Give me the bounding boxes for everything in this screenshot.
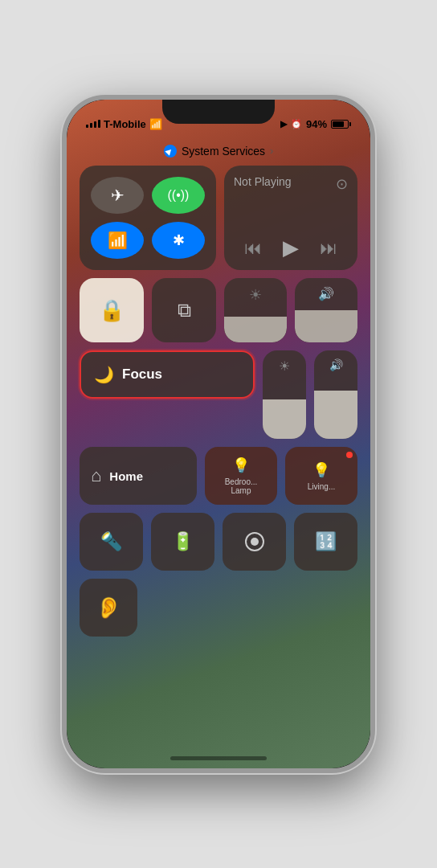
- volume-slider[interactable]: 🔊: [295, 278, 357, 342]
- system-services-bar[interactable]: System Services ›: [67, 140, 370, 166]
- living-lamp-icon: 💡: [312, 461, 330, 479]
- calculator-icon: 🔢: [315, 531, 337, 552]
- status-right: ▶ ⏰ 94%: [280, 118, 351, 130]
- screen-record-button[interactable]: [223, 513, 286, 571]
- top-row: ✈ ((•)) 📶 ✱ Not Playing ⊙: [80, 166, 357, 270]
- chevron-right-icon: ›: [270, 145, 273, 157]
- media-tile: Not Playing ⊙ ⏮ ▶ ⏭: [224, 166, 357, 270]
- speaker-icon: 🔊: [329, 358, 343, 371]
- living-lamp-label: Living...: [308, 482, 335, 491]
- screen-mirror-button[interactable]: ⧉: [152, 278, 216, 342]
- bedroom-lamp-icon: 💡: [232, 457, 250, 474]
- focus-label: Focus: [122, 366, 162, 383]
- calculator-button[interactable]: 🔢: [294, 513, 357, 571]
- brightness-tall-slider[interactable]: ☀: [263, 350, 306, 439]
- volume-icon: 🔊: [318, 286, 334, 301]
- brightness-tall-fill: [263, 399, 306, 440]
- system-services-label: System Services: [182, 145, 265, 158]
- home-button[interactable]: ⌂ Home: [80, 447, 197, 505]
- signal-bar-1: [86, 125, 88, 128]
- rotation-lock-icon: 🔒: [99, 298, 125, 323]
- status-left: T-Mobile 📶: [86, 118, 162, 130]
- next-track-button[interactable]: ⏭: [320, 238, 337, 259]
- home-label: Home: [109, 469, 143, 483]
- signal-bar-2: [90, 123, 92, 128]
- notch: [162, 100, 275, 124]
- sun-icon: ☀: [279, 358, 290, 374]
- cellular-icon: ((•)): [168, 188, 190, 203]
- bedroom-lamp-button[interactable]: 💡 Bedroo...Lamp: [205, 447, 277, 505]
- media-controls: ⏮ ▶ ⏭: [234, 235, 348, 260]
- alert-dot: [346, 452, 353, 458]
- volume-fill: [295, 310, 357, 342]
- control-center-content: ✈ ((•)) 📶 ✱ Not Playing ⊙: [67, 166, 370, 637]
- signal-bar-3: [94, 121, 96, 128]
- rotation-lock-button[interactable]: 🔒: [80, 278, 144, 342]
- signal-bars: [86, 120, 100, 128]
- carrier-label: T-Mobile: [104, 118, 146, 130]
- bluetooth-icon: ✱: [173, 231, 185, 249]
- battery-body: [331, 120, 349, 129]
- last-row: 👂: [80, 579, 357, 637]
- signal-bar-4: [98, 120, 100, 128]
- wifi-button[interactable]: 📶: [91, 222, 144, 259]
- airplane-mode-button[interactable]: ✈: [91, 177, 144, 214]
- location-arrow-icon: ▶: [280, 119, 287, 129]
- cellular-button[interactable]: ((•)): [152, 177, 205, 214]
- home-row: ⌂ Home 💡 Bedroo...Lamp 💡 Living...: [80, 447, 357, 505]
- prev-track-button[interactable]: ⏮: [244, 238, 262, 259]
- accessibility-button[interactable]: 👂: [80, 579, 137, 637]
- wifi-icon: 📶: [108, 231, 128, 250]
- record-icon: [245, 532, 264, 551]
- brightness-slider[interactable]: ☀: [224, 278, 287, 342]
- bedroom-lamp-label: Bedroo...Lamp: [225, 477, 258, 495]
- media-top: Not Playing ⊙: [234, 175, 348, 193]
- flashlight-button[interactable]: 🔦: [80, 513, 143, 571]
- battery-tip: [349, 122, 351, 126]
- flashlight-icon: 🔦: [100, 531, 122, 552]
- home-icon: ⌂: [91, 465, 101, 486]
- wifi-status-icon: 📶: [149, 118, 162, 130]
- battery-case-icon: 🔋: [172, 531, 194, 552]
- battery-icon: [331, 120, 351, 129]
- living-lamp-button[interactable]: 💡 Living...: [285, 447, 357, 505]
- brightness-icon: ☀: [249, 286, 262, 304]
- not-playing-label: Not Playing: [234, 175, 292, 188]
- location-icon: [164, 145, 177, 158]
- focus-moon-icon: 🌙: [94, 365, 114, 384]
- phone-frame: T-Mobile 📶 ▶ ⏰ 94% System Services ›: [62, 95, 375, 773]
- airplane-icon: ✈: [111, 186, 125, 205]
- screen-mirror-icon: ⧉: [178, 299, 191, 321]
- hearing-icon: 👂: [96, 596, 121, 620]
- battery-case-button[interactable]: 🔋: [151, 513, 214, 571]
- play-button[interactable]: ▶: [283, 235, 299, 260]
- brightness-fill: [224, 317, 287, 342]
- phone-screen: T-Mobile 📶 ▶ ⏰ 94% System Services ›: [67, 100, 370, 768]
- battery-percent-label: 94%: [306, 118, 327, 130]
- bottom-row: 🔦 🔋 🔢: [80, 513, 357, 571]
- airplay-icon[interactable]: ⊙: [336, 175, 348, 193]
- focus-row: 🌙 Focus ☀ 🔊: [80, 350, 357, 439]
- focus-button[interactable]: 🌙 Focus: [80, 350, 255, 399]
- home-bar: [170, 756, 267, 760]
- battery-fill: [333, 121, 344, 127]
- connectivity-tile: ✈ ((•)) 📶 ✱: [80, 166, 216, 270]
- alarm-icon: ⏰: [291, 119, 302, 129]
- volume-tall-fill: [314, 391, 357, 440]
- second-row: 🔒 ⧉ ☀ 🔊: [80, 278, 357, 342]
- volume-tall-slider[interactable]: 🔊: [314, 350, 357, 439]
- bluetooth-button[interactable]: ✱: [152, 222, 205, 259]
